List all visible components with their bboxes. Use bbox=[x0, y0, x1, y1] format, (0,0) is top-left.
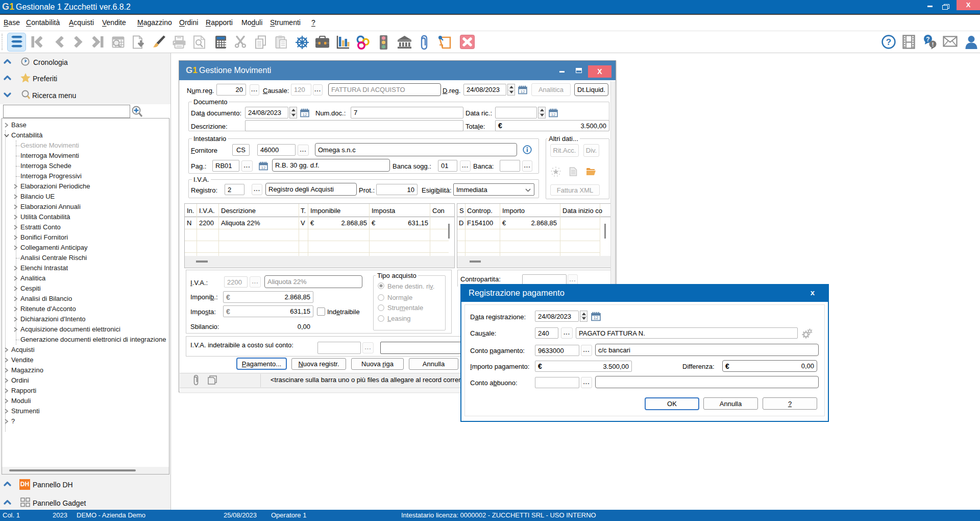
svg-text:12: 12 bbox=[521, 89, 525, 94]
svg-text:?: ? bbox=[926, 36, 929, 43]
svg-text:12: 12 bbox=[551, 112, 556, 117]
svg-text:?: ? bbox=[886, 37, 891, 47]
svg-text:!: ! bbox=[932, 41, 934, 48]
svg-text:12: 12 bbox=[303, 112, 307, 117]
svg-text:12: 12 bbox=[594, 315, 599, 320]
svg-text:12: 12 bbox=[261, 165, 266, 170]
